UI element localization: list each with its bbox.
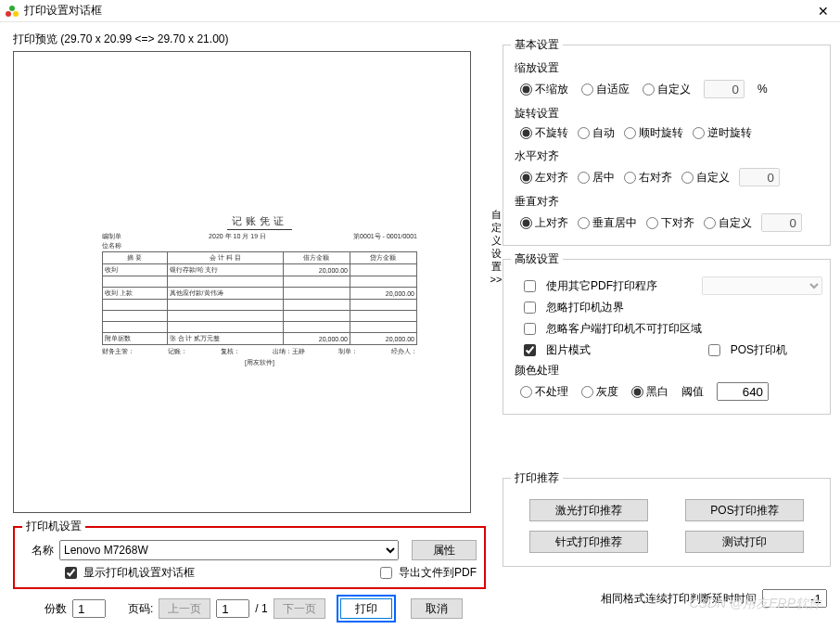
print-button[interactable]: 打印 [340, 598, 392, 619]
delay-setting: 相同格式连续打印判断延时时间 [493, 589, 831, 608]
valign-custom-radio[interactable] [704, 217, 716, 229]
delay-input[interactable] [762, 589, 827, 608]
preview-label: 打印预览 (29.70 x 20.99 <=> 29.70 x 21.00) [13, 32, 486, 47]
needle-recommend-button[interactable]: 针式打印推荐 [529, 531, 648, 553]
copies-input[interactable] [72, 599, 106, 618]
export-pdf-label: 导出文件到PDF [399, 565, 477, 581]
copies-label: 份数 [45, 601, 67, 617]
voucher-table: 摘 要会 计 科 目借方金额贷方金额 收到银行存款/哈 支行20,000.00 … [102, 251, 417, 345]
rotate-ccw-radio[interactable] [693, 127, 705, 139]
pdf-program-select[interactable] [702, 276, 822, 295]
laser-recommend-button[interactable]: 激光打印推荐 [529, 499, 648, 521]
right-panel: 自定义设置>> 基本设置 缩放设置 不缩放 自适应 自定义 % 旋转设置 不旋转… [493, 32, 831, 623]
valign-top-radio[interactable] [520, 217, 532, 229]
use-other-pdf-checkbox[interactable] [524, 280, 536, 292]
voucher-title: 记账凭证 [227, 214, 292, 230]
export-pdf-checkbox[interactable] [380, 567, 392, 579]
printer-name-label: 名称 [22, 543, 54, 558]
bottom-toolbar: 份数 页码: 上一页 / 1 下一页 打印 取消 [13, 595, 486, 623]
valign-value-input[interactable] [761, 213, 802, 232]
halign-left-radio[interactable] [520, 172, 532, 184]
app-icon [6, 5, 19, 18]
color-bw-radio[interactable] [631, 386, 643, 398]
page-input[interactable] [216, 599, 249, 618]
properties-button[interactable]: 属性 [412, 540, 477, 560]
svg-point-2 [13, 11, 19, 17]
threshold-input[interactable] [717, 382, 769, 401]
next-page-button[interactable]: 下一页 [274, 598, 325, 619]
svg-point-1 [9, 6, 15, 11]
show-dialog-label: 显示打印机设置对话框 [83, 565, 195, 581]
image-mode-checkbox[interactable] [524, 344, 536, 356]
rotate-none-radio[interactable] [520, 127, 532, 139]
ignore-unprintable-checkbox[interactable] [524, 323, 536, 335]
printer-select[interactable]: Lenovo M7268W [59, 540, 399, 560]
cancel-button[interactable]: 取消 [411, 598, 463, 619]
scale-none-radio[interactable] [520, 83, 532, 96]
printer-settings-group: 打印机设置 名称 Lenovo M7268W 属性 显示打印机设置对话框 导出文… [13, 519, 486, 589]
print-recommend-group: 打印推荐 激光打印推荐 POS打印推荐 针式打印推荐 测试打印 [503, 470, 831, 567]
color-gray-radio[interactable] [581, 386, 593, 398]
close-icon[interactable]: ✕ [812, 4, 834, 19]
show-dialog-checkbox[interactable] [65, 567, 77, 579]
halign-center-radio[interactable] [578, 172, 590, 184]
page-label: 页码: [128, 601, 153, 617]
svg-point-0 [6, 11, 11, 17]
basic-settings-group: 基本设置 缩放设置 不缩放 自适应 自定义 % 旋转设置 不旋转 自动 顺时旋转… [503, 37, 831, 246]
titlebar: 打印设置对话框 ✕ [0, 0, 840, 22]
printer-legend: 打印机设置 [22, 519, 85, 534]
advanced-settings-group: 高级设置 使用其它PDF打印程序 忽略打印机边界 忽略客户端打印机不可打印区域 … [503, 251, 831, 415]
halign-custom-radio[interactable] [681, 172, 694, 184]
rotate-auto-radio[interactable] [578, 127, 590, 139]
print-preview: 记账凭证 编制单位名称 2020 年 10 月 19 日 第0001号 - 00… [13, 51, 471, 513]
scale-value-input[interactable] [704, 80, 745, 98]
test-print-button[interactable]: 测试打印 [685, 531, 804, 553]
left-panel: 打印预览 (29.70 x 20.99 <=> 29.70 x 21.00) 记… [13, 32, 486, 623]
halign-right-radio[interactable] [624, 172, 636, 184]
rotate-cw-radio[interactable] [624, 127, 636, 139]
ignore-margin-checkbox[interactable] [524, 302, 536, 314]
pos-recommend-button[interactable]: POS打印推荐 [685, 499, 804, 521]
voucher-prep: 编制单位名称 [102, 232, 121, 250]
voucher-date: 2020 年 10 月 19 日 [209, 232, 266, 250]
page-total: / 1 [255, 602, 267, 615]
scale-fit-radio[interactable] [581, 83, 593, 96]
color-none-radio[interactable] [520, 386, 532, 398]
prev-page-button[interactable]: 上一页 [159, 598, 210, 619]
custom-settings-toggle[interactable]: 自定义设置>> [490, 208, 503, 286]
window-title: 打印设置对话框 [24, 3, 812, 19]
voucher-document: 记账凭证 编制单位名称 2020 年 10 月 19 日 第0001号 - 00… [102, 214, 417, 372]
pos-printer-checkbox[interactable] [708, 344, 720, 356]
valign-center-radio[interactable] [578, 217, 590, 229]
voucher-no: 第0001号 - 0001/0001 [353, 232, 417, 250]
valign-bottom-radio[interactable] [646, 217, 658, 229]
scale-custom-radio[interactable] [643, 83, 655, 96]
halign-value-input[interactable] [739, 168, 780, 186]
